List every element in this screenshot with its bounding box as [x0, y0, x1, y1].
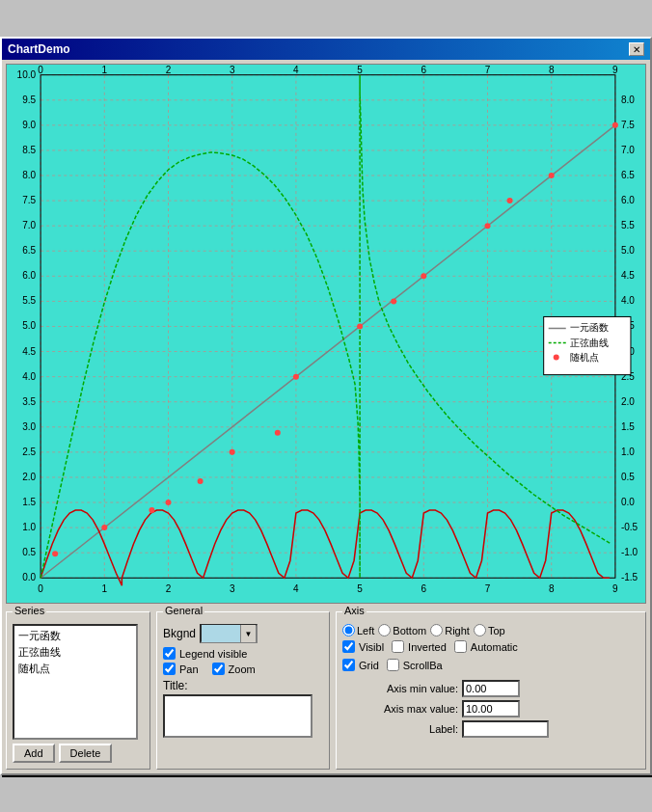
- svg-text:0: 0: [38, 583, 43, 594]
- svg-point-105: [149, 507, 154, 513]
- svg-point-107: [391, 298, 396, 304]
- bkgnd-row: Bkgnd ▼: [163, 624, 323, 643]
- pan-zoom-row: Pan Zoom: [163, 663, 323, 675]
- series-panel: Series 一元函数 正弦曲线 随机点 Add Delete: [6, 611, 150, 770]
- svg-text:2.5: 2.5: [22, 447, 36, 457]
- svg-point-100: [421, 273, 426, 279]
- automatic-row: Automatic: [454, 640, 518, 653]
- grid-label[interactable]: Grid: [359, 660, 379, 671]
- svg-text:0: 0: [38, 65, 43, 75]
- svg-text:6.0: 6.0: [22, 270, 36, 281]
- axis-min-input[interactable]: [462, 680, 520, 697]
- pan-checkbox[interactable]: [163, 663, 176, 675]
- axis-max-row: Axis max value:: [342, 700, 639, 717]
- axis-label-input[interactable]: [462, 720, 549, 738]
- general-panel-label: General: [163, 605, 204, 616]
- add-series-button[interactable]: Add: [13, 744, 55, 763]
- svg-text:3.0: 3.0: [22, 421, 36, 432]
- bkgnd-color-dropdown[interactable]: ▼: [200, 624, 258, 643]
- radio-right-label[interactable]: Right: [430, 624, 470, 636]
- chart-svg: 0.0 1.0 2.0 3.0 4.0 5.0 6.0 7.0 8.0 9.0 …: [7, 65, 645, 603]
- svg-text:4.0: 4.0: [22, 371, 36, 382]
- axis-radio-row: Left Bottom Right Top: [342, 624, 639, 636]
- inverted-checkbox[interactable]: [392, 640, 404, 653]
- axis-max-input[interactable]: [462, 700, 520, 717]
- axis-min-row: Axis min value:: [342, 680, 639, 697]
- svg-text:5: 5: [357, 65, 363, 75]
- radio-top[interactable]: [474, 624, 486, 636]
- svg-text:4.0: 4.0: [621, 295, 635, 306]
- series-listbox[interactable]: 一元函数 正弦曲线 随机点: [13, 624, 138, 740]
- automatic-checkbox[interactable]: [454, 640, 467, 653]
- svg-text:9.0: 9.0: [22, 120, 36, 130]
- radio-left-label[interactable]: Left: [342, 624, 374, 636]
- svg-text:8: 8: [549, 65, 555, 75]
- zoom-checkbox[interactable]: [212, 663, 225, 675]
- series-item-2[interactable]: 随机点: [16, 661, 134, 677]
- title-input[interactable]: [163, 694, 312, 738]
- radio-top-label[interactable]: Top: [474, 624, 505, 636]
- svg-point-101: [484, 223, 490, 229]
- svg-text:8.5: 8.5: [22, 145, 36, 155]
- legend-visible-label[interactable]: Legend visible: [179, 648, 247, 660]
- series-item-1[interactable]: 正弦曲线: [16, 644, 134, 661]
- inverted-label[interactable]: Inverted: [408, 641, 447, 653]
- svg-text:5.5: 5.5: [22, 295, 36, 306]
- svg-text:0.5: 0.5: [621, 472, 635, 482]
- color-swatch: [202, 625, 240, 642]
- dropdown-arrow-icon[interactable]: ▼: [240, 625, 256, 642]
- series-buttons: Add Delete: [13, 744, 144, 763]
- svg-text:0.5: 0.5: [22, 547, 36, 557]
- delete-series-button[interactable]: Delete: [59, 744, 113, 763]
- svg-text:7.5: 7.5: [621, 120, 635, 130]
- svg-text:2: 2: [166, 583, 172, 594]
- visibl-label[interactable]: Visibl: [359, 641, 384, 653]
- svg-point-103: [612, 122, 618, 128]
- svg-text:2.0: 2.0: [22, 472, 36, 482]
- svg-text:9.5: 9.5: [22, 95, 36, 105]
- grid-checkbox[interactable]: [342, 659, 355, 671]
- bottom-panel: Series 一元函数 正弦曲线 随机点 Add Delete General …: [2, 608, 650, 773]
- visibl-checkbox[interactable]: [342, 640, 355, 653]
- zoom-label[interactable]: Zoom: [229, 663, 256, 675]
- chart-area[interactable]: 0.0 1.0 2.0 3.0 4.0 5.0 6.0 7.0 8.0 9.0 …: [6, 64, 646, 604]
- svg-text:6: 6: [421, 583, 427, 594]
- axis-panel-label: Axis: [342, 605, 367, 616]
- svg-point-96: [165, 500, 171, 505]
- svg-text:5.0: 5.0: [22, 320, 36, 331]
- radio-left[interactable]: [342, 624, 355, 636]
- bkgnd-label: Bkgnd: [163, 627, 196, 640]
- title-label: Title:: [163, 679, 188, 692]
- radio-right[interactable]: [430, 624, 443, 636]
- svg-text:1.0: 1.0: [22, 522, 36, 532]
- svg-point-95: [101, 525, 107, 530]
- inverted-row: Inverted: [392, 640, 447, 653]
- main-window: ChartDemo ✕: [0, 37, 652, 775]
- svg-text:8.0: 8.0: [621, 95, 635, 105]
- axis-label-label: Label:: [342, 723, 458, 735]
- radio-bottom-label[interactable]: Bottom: [378, 624, 426, 636]
- legend-visible-checkbox[interactable]: [163, 647, 176, 660]
- radio-bottom[interactable]: [378, 624, 391, 636]
- svg-text:7.0: 7.0: [22, 220, 36, 230]
- svg-text:4.5: 4.5: [621, 270, 635, 281]
- pan-label[interactable]: Pan: [179, 663, 199, 675]
- svg-text:-0.5: -0.5: [621, 522, 638, 532]
- scrollba-label[interactable]: ScrollBa: [403, 660, 443, 671]
- svg-text:1: 1: [102, 65, 108, 75]
- close-button[interactable]: ✕: [629, 42, 644, 56]
- svg-text:2.0: 2.0: [621, 396, 635, 407]
- scrollba-checkbox[interactable]: [387, 659, 399, 671]
- grid-row: Grid: [342, 659, 379, 671]
- axis-min-label: Axis min value:: [342, 683, 458, 694]
- svg-point-98: [293, 374, 299, 380]
- axis-label-row: Label:: [342, 720, 639, 738]
- svg-text:-1.0: -1.0: [621, 547, 638, 557]
- svg-text:-1.5: -1.5: [621, 572, 638, 582]
- scrollba-row: ScrollBa: [387, 659, 443, 671]
- svg-text:7.5: 7.5: [22, 195, 36, 205]
- automatic-label[interactable]: Automatic: [471, 641, 518, 653]
- svg-text:一元函数: 一元函数: [570, 322, 609, 333]
- series-item-0[interactable]: 一元函数: [16, 628, 134, 644]
- svg-point-108: [507, 198, 513, 203]
